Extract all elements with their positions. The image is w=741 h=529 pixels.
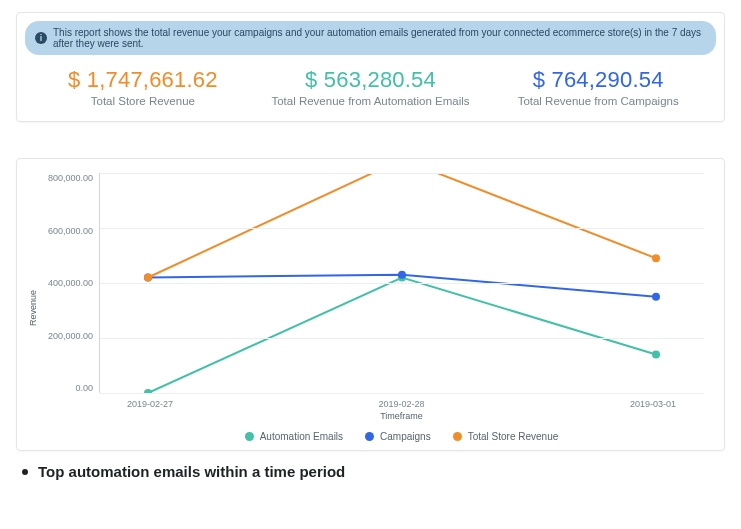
metric-automation-revenue: $ 563,280.54 Total Revenue from Automati…	[257, 67, 485, 107]
gridline	[100, 173, 704, 174]
legend-item-automation[interactable]: Automation Emails	[245, 431, 343, 442]
y-axis-label: Revenue	[28, 289, 38, 325]
legend-swatch	[453, 432, 462, 441]
data-point[interactable]	[144, 274, 152, 282]
info-bar: i This report shows the total revenue yo…	[25, 21, 716, 55]
series-line	[148, 278, 656, 394]
legend-label: Automation Emails	[260, 431, 343, 442]
y-tick: 0.00	[75, 383, 93, 393]
legend-swatch	[245, 432, 254, 441]
metric-value: $ 764,290.54	[484, 67, 712, 93]
bullet-icon	[22, 469, 28, 475]
metric-label: Total Revenue from Automation Emails	[257, 95, 485, 107]
data-point[interactable]	[652, 293, 660, 301]
x-tick: 2019-03-01	[596, 399, 676, 409]
x-tick: 2019-02-27	[127, 399, 207, 409]
x-tick: 2019-02-28	[362, 399, 442, 409]
legend-label: Total Store Revenue	[468, 431, 559, 442]
legend-item-campaigns[interactable]: Campaigns	[365, 431, 431, 442]
metric-label: Total Store Revenue	[29, 95, 257, 107]
data-point[interactable]	[652, 254, 660, 262]
data-point[interactable]	[398, 271, 406, 279]
bullet-heading: Top automation emails within a time peri…	[16, 463, 725, 480]
metric-campaigns-revenue: $ 764,290.54 Total Revenue from Campaign…	[484, 67, 712, 107]
gridline	[100, 338, 704, 339]
legend-swatch	[365, 432, 374, 441]
info-text: This report shows the total revenue your…	[53, 27, 706, 49]
gridline	[100, 393, 704, 394]
metric-value: $ 1,747,661.62	[29, 67, 257, 93]
bullet-text: Top automation emails within a time peri…	[38, 463, 345, 480]
metric-label: Total Revenue from Campaigns	[484, 95, 712, 107]
y-tick: 600,000.00	[48, 226, 93, 236]
gridline	[100, 283, 704, 284]
y-tick: 400,000.00	[48, 278, 93, 288]
revenue-chart-card: Revenue 800,000.00 600,000.00 400,000.00…	[16, 158, 725, 451]
y-tick: 800,000.00	[48, 173, 93, 183]
y-ticks: 800,000.00 600,000.00 400,000.00 200,000…	[41, 173, 99, 393]
metrics-row: $ 1,747,661.62 Total Store Revenue $ 563…	[25, 63, 716, 113]
series-line	[148, 173, 656, 278]
gridline	[100, 228, 704, 229]
legend-item-total[interactable]: Total Store Revenue	[453, 431, 559, 442]
x-axis-label: Timeframe	[41, 411, 704, 421]
chart-legend: Automation Emails Campaigns Total Store …	[41, 431, 704, 442]
metric-value: $ 563,280.54	[257, 67, 485, 93]
revenue-summary-card: i This report shows the total revenue yo…	[16, 12, 725, 122]
legend-label: Campaigns	[380, 431, 431, 442]
x-ticks: 2019-02-27 2019-02-28 2019-03-01	[41, 399, 704, 409]
info-icon: i	[35, 32, 47, 44]
chart-plot-area	[99, 173, 704, 393]
data-point[interactable]	[652, 351, 660, 359]
y-tick: 200,000.00	[48, 331, 93, 341]
metric-total-store-revenue: $ 1,747,661.62 Total Store Revenue	[29, 67, 257, 107]
